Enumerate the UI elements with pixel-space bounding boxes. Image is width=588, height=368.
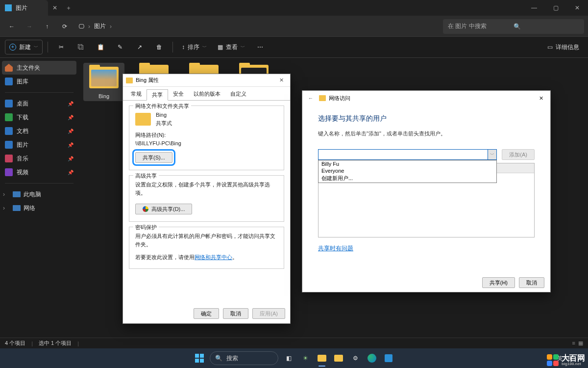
forward-button[interactable]: → bbox=[22, 19, 37, 34]
share-button[interactable]: 共享(S)... bbox=[135, 152, 172, 163]
sidebar-item-label: 图片 bbox=[17, 141, 28, 149]
view-button[interactable]: ▦ 查看 ﹀ bbox=[214, 40, 249, 54]
chevron-down-icon: ﹀ bbox=[490, 152, 494, 158]
sidebar-item-quick[interactable]: 文档📌 bbox=[0, 124, 78, 138]
sidebar-item-quick[interactable]: 桌面📌 bbox=[0, 97, 78, 110]
dialog-tab[interactable]: 安全 bbox=[168, 89, 189, 100]
dialog-hint: 键入名称，然后单击"添加"，或者单击箭头查找用户。 bbox=[318, 130, 535, 137]
search-input[interactable]: 在 图片 中搜索 🔍 bbox=[443, 19, 584, 34]
monitor-icon: 🖵 bbox=[78, 23, 84, 30]
dialog-title: Bing 属性 bbox=[136, 77, 159, 84]
breadcrumb[interactable]: 🖵 › 图片 › bbox=[74, 19, 441, 34]
new-label: 新建 bbox=[19, 43, 31, 52]
apply-button[interactable]: 应用(A) bbox=[252, 308, 285, 319]
dropdown-option[interactable]: Everyone bbox=[318, 167, 496, 174]
tree-network[interactable]: › 网络 bbox=[0, 201, 78, 215]
sidebar-item-quick[interactable]: 音乐📌 bbox=[0, 152, 78, 165]
dropdown-button[interactable]: ﹀ bbox=[488, 150, 496, 159]
back-button[interactable]: ← bbox=[305, 95, 316, 101]
dialog-tab[interactable]: 以前的版本 bbox=[189, 89, 225, 100]
rename-button[interactable]: ✎ bbox=[112, 40, 128, 54]
dropdown-option[interactable]: 创建新用户... bbox=[318, 174, 496, 183]
dialog-tab[interactable]: 共享 bbox=[147, 89, 168, 101]
user-combobox[interactable]: ﹀ Billy FuEveryone创建新用户... bbox=[318, 149, 497, 160]
advanced-share-button[interactable]: 高级共享(D)... bbox=[135, 204, 192, 214]
chevron-down-icon: ﹀ bbox=[34, 44, 38, 51]
group-legend: 网络文件和文件夹共享 bbox=[133, 102, 191, 110]
dropdown-option[interactable]: Billy Fu bbox=[318, 160, 496, 167]
network-center-link[interactable]: 网络和共享中心 bbox=[195, 254, 232, 260]
settings-taskbar-icon[interactable]: ⚙ bbox=[349, 352, 362, 365]
grid-view-button[interactable]: ▦ bbox=[578, 340, 583, 346]
sidebar-item-quick[interactable]: 图片📌 bbox=[0, 138, 78, 152]
dialog-tabs: 常规共享安全以前的版本自定义 bbox=[123, 87, 290, 100]
copy-button[interactable]: ⿻ bbox=[73, 40, 89, 54]
details-label: 详细信息 bbox=[556, 43, 579, 52]
up-button[interactable]: ↑ bbox=[39, 19, 55, 34]
tab-close-button[interactable]: ✕ bbox=[48, 1, 62, 15]
tab-pictures[interactable]: 图片 bbox=[0, 0, 48, 16]
dialog-titlebar[interactable]: Bing 属性 ✕ bbox=[123, 74, 290, 87]
tab-label: 图片 bbox=[16, 4, 27, 12]
add-button[interactable]: 添加(A) bbox=[502, 149, 535, 160]
share-button[interactable]: 共享(H) bbox=[482, 277, 515, 288]
folder-item[interactable]: Bing bbox=[83, 63, 124, 101]
widgets-button[interactable]: ☀ bbox=[299, 352, 312, 365]
tree-label: 此电脑 bbox=[24, 190, 41, 199]
cancel-button[interactable]: 取消 bbox=[223, 308, 248, 319]
sidebar-item-gallery[interactable]: 图库 bbox=[0, 75, 78, 88]
details-pane-button[interactable]: ▭ 详细信息 bbox=[543, 40, 583, 54]
edge-taskbar-icon[interactable] bbox=[366, 352, 378, 365]
sidebar-item-label: 图库 bbox=[17, 78, 28, 86]
ok-button[interactable]: 确定 bbox=[194, 308, 219, 319]
user-input[interactable] bbox=[318, 150, 488, 159]
sort-button[interactable]: ↕ 排序 ﹀ bbox=[178, 40, 211, 54]
task-view-button[interactable]: ◧ bbox=[282, 352, 295, 365]
sidebar-item-home[interactable]: 主文件夹 bbox=[2, 61, 76, 75]
more-button[interactable]: ⋯ bbox=[252, 40, 269, 54]
dialog-tab[interactable]: 自定义 bbox=[225, 89, 251, 100]
explorer-taskbar-icon-2[interactable] bbox=[332, 352, 345, 365]
watermark-name: 大百网 bbox=[562, 354, 585, 362]
refresh-button[interactable]: ⟳ bbox=[57, 19, 73, 34]
close-button[interactable]: ✕ bbox=[275, 77, 287, 83]
app-taskbar-icon[interactable] bbox=[382, 352, 395, 365]
delete-button[interactable]: 🗑 bbox=[151, 40, 168, 54]
paste-button[interactable]: 📋 bbox=[92, 40, 109, 54]
sidebar-item-quick[interactable]: 视频📌 bbox=[0, 165, 78, 179]
share-icon: ↗ bbox=[137, 44, 142, 51]
start-button[interactable] bbox=[193, 352, 206, 365]
new-tab-button[interactable]: ＋ bbox=[62, 1, 75, 15]
new-button[interactable]: + 新建 ﹀ bbox=[5, 40, 43, 54]
separator: | bbox=[77, 341, 79, 346]
trash-icon: 🗑 bbox=[156, 44, 162, 51]
protect-line2: 若要更改此设置，请使用网络和共享中心。 bbox=[135, 253, 278, 262]
tree-this-pc[interactable]: › 此电脑 bbox=[0, 187, 78, 201]
dialog-tab[interactable]: 常规 bbox=[126, 89, 147, 100]
taskbar: 🔍 搜索 ◧ ☀ ⚙ ˄ 英 拼 ㅣ bbox=[0, 348, 588, 368]
more-icon: ⋯ bbox=[257, 44, 263, 51]
view-label: 查看 bbox=[226, 43, 238, 52]
network-icon bbox=[13, 205, 21, 211]
folder-icon bbox=[126, 78, 133, 83]
cut-button[interactable]: ✂ bbox=[53, 40, 70, 54]
list-view-button[interactable]: ≡ bbox=[572, 340, 575, 346]
edge-icon bbox=[368, 354, 376, 363]
item-count: 4 个项目 bbox=[5, 340, 25, 347]
breadcrumb-item[interactable]: 图片 bbox=[94, 22, 106, 30]
close-button[interactable]: ✕ bbox=[566, 0, 588, 16]
explorer-taskbar-icon[interactable] bbox=[316, 352, 328, 365]
cancel-button[interactable]: 取消 bbox=[519, 277, 544, 288]
maximize-button[interactable]: ▢ bbox=[545, 0, 566, 16]
sidebar-item-quick[interactable]: 下载📌 bbox=[0, 110, 78, 124]
folder-icon bbox=[318, 355, 326, 362]
minimize-button[interactable]: — bbox=[523, 0, 545, 16]
trouble-link[interactable]: 共享时有问题 bbox=[318, 245, 353, 252]
back-button[interactable]: ← bbox=[4, 19, 20, 34]
share-button[interactable]: ↗ bbox=[131, 40, 148, 54]
close-button[interactable]: ✕ bbox=[535, 95, 547, 102]
dialog-titlebar[interactable]: ← 网络访问 ✕ bbox=[302, 91, 550, 105]
taskbar-search[interactable]: 🔍 搜索 bbox=[210, 351, 278, 365]
sidebar-item-label: 文档 bbox=[17, 127, 28, 135]
paste-icon: 📋 bbox=[97, 44, 104, 51]
